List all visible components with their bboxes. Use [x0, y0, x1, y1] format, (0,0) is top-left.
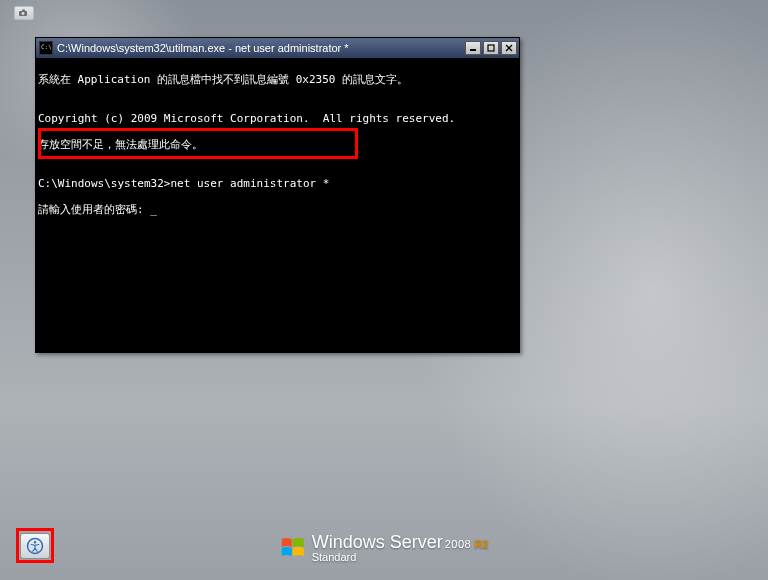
maximize-button[interactable] — [483, 41, 499, 55]
svg-rect-3 — [470, 49, 476, 51]
window-title: C:\Windows\system32\utilman.exe - net us… — [57, 42, 463, 54]
console-line: Copyright (c) 2009 Microsoft Corporation… — [38, 112, 517, 125]
svg-point-6 — [34, 541, 36, 543]
console-window: C:\Windows\system32\utilman.exe - net us… — [35, 37, 520, 353]
console-line: 存放空間不足，無法處理此命令。 — [38, 138, 517, 151]
console-line: 系統在 Application 的訊息檔中找不到訊息編號 0x2350 的訊息文… — [38, 73, 517, 86]
close-button[interactable] — [501, 41, 517, 55]
brand-year: 2008 — [445, 539, 471, 550]
camera-icon — [14, 6, 34, 20]
console-line: 請輸入使用者的密碼: _ — [38, 203, 517, 216]
console-line: C:\Windows\system32>net user administrat… — [38, 177, 517, 190]
svg-rect-4 — [488, 45, 494, 51]
svg-rect-1 — [22, 10, 25, 12]
annotation-highlight — [16, 528, 54, 563]
windows-flag-icon — [280, 535, 306, 561]
windows-server-brand: Windows Server 2008 R2 Standard — [280, 533, 489, 563]
window-buttons — [463, 41, 517, 55]
console-body[interactable]: 系統在 Application 的訊息檔中找不到訊息編號 0x2350 的訊息文… — [36, 58, 519, 352]
ease-of-access-button[interactable] — [20, 533, 50, 559]
brand-name: Windows Server — [312, 533, 443, 551]
titlebar[interactable]: C:\Windows\system32\utilman.exe - net us… — [36, 38, 519, 58]
brand-edition: Standard — [312, 552, 489, 563]
minimize-button[interactable] — [465, 41, 481, 55]
brand-variant: R2 — [474, 539, 488, 550]
cmd-icon — [39, 41, 53, 55]
svg-point-2 — [22, 12, 25, 15]
accessibility-icon — [26, 537, 44, 555]
